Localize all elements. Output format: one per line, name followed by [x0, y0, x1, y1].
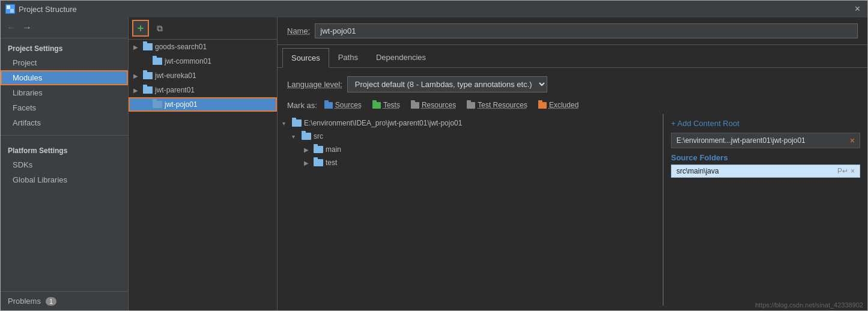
module-item-jwt-eureka01[interactable]: ▶ jwt-eureka01 — [129, 68, 277, 83]
content-root-path: E:\environment...jwt-parent01\jwt-pojo01… — [671, 133, 860, 148]
nav-arrows: ← → — [1, 17, 128, 38]
source-folders-label: Source Folders — [671, 153, 860, 162]
folder-icon — [292, 119, 302, 127]
lang-label: Language level: — [287, 80, 342, 89]
window-title: Project Structure — [19, 5, 77, 14]
content-root-path-text: E:\environment...jwt-parent01\jwt-pojo01 — [676, 136, 806, 145]
expand-arrow-icon: ▶ — [133, 87, 141, 94]
source-folder-item: src\main\java P↵ × — [671, 165, 860, 178]
tab-paths[interactable]: Paths — [329, 47, 367, 67]
svg-rect-0 — [7, 5, 10, 9]
tests-folder-icon — [372, 102, 381, 109]
mark-as-label: Mark as: — [287, 101, 317, 110]
excluded-folder-icon — [538, 102, 547, 109]
svg-rect-3 — [10, 9, 14, 13]
module-item-jwt-pojo01[interactable]: jwt-pojo01 — [129, 97, 277, 112]
folder-icon — [143, 43, 153, 50]
mark-as-row: Mark as: Sources Tests Resources — [278, 96, 867, 114]
sidebar: ← → Project Settings Project Modules Lib… — [1, 17, 129, 310]
tree-item-src[interactable]: ▾ src — [278, 130, 663, 143]
back-arrow[interactable]: ← — [5, 21, 17, 34]
module-list: + ⧉ ▶ goods-search01 jwt-common01 ▶ — [129, 17, 278, 310]
mark-as-sources-button[interactable]: Sources — [321, 100, 365, 110]
expand-icon: ▶ — [304, 146, 311, 153]
module-toolbar: + ⧉ — [129, 17, 277, 40]
mark-as-tests-button[interactable]: Tests — [369, 100, 404, 110]
expand-arrow-icon: ▶ — [133, 73, 141, 79]
module-item-jwt-parent01[interactable]: ▶ jwt-parent01 — [129, 83, 277, 97]
lang-select[interactable]: Project default (8 - Lambdas, type annot… — [347, 76, 547, 92]
mark-as-excluded-button[interactable]: Excluded — [535, 100, 582, 110]
file-tree: ▾ E:\environment\IDEA_pro\jwt-parent01\j… — [278, 114, 663, 306]
problems-badge: 1 — [46, 297, 56, 306]
project-structure-window: Project Structure × ← → Project Settings… — [0, 0, 868, 311]
sidebar-item-sdks[interactable]: SDKs — [1, 157, 128, 172]
content-area: Language level: Project default (8 - Lam… — [278, 68, 867, 310]
folder-icon — [143, 86, 153, 94]
sidebar-item-global-libraries[interactable]: Global Libraries — [1, 172, 128, 187]
content-root-close-button[interactable]: × — [850, 136, 855, 145]
test-resources-folder-icon — [467, 102, 475, 109]
folder-icon — [302, 133, 311, 140]
source-folder-path: src\main\java — [676, 167, 719, 175]
name-label: Name: — [287, 26, 310, 35]
mark-as-resources-button[interactable]: Resources — [407, 100, 460, 110]
mark-as-test-resources-button[interactable]: Test Resources — [463, 100, 531, 110]
sidebar-item-project[interactable]: Project — [1, 55, 128, 70]
tree-item-main[interactable]: ▶ main — [278, 143, 663, 156]
sidebar-problems[interactable]: Problems 1 — [1, 291, 128, 310]
svg-rect-2 — [7, 9, 10, 13]
folder-icon — [143, 72, 153, 79]
name-input[interactable] — [315, 23, 858, 38]
copy-module-button[interactable]: ⧉ — [151, 20, 168, 37]
project-settings-section: Project Settings — [1, 38, 128, 55]
sources-folder-icon — [324, 102, 333, 109]
right-panel: Name: Sources Paths Dependencies La — [278, 17, 867, 310]
forward-arrow[interactable]: → — [21, 21, 33, 34]
expand-arrow-icon: ▶ — [133, 44, 141, 50]
app-icon — [5, 4, 15, 14]
lang-row: Language level: Project default (8 - Lam… — [278, 73, 867, 96]
module-item-goods-search01[interactable]: ▶ goods-search01 — [129, 40, 277, 54]
main-content: ← → Project Settings Project Modules Lib… — [1, 17, 867, 310]
add-content-root-button[interactable]: + Add Content Root — [671, 119, 860, 128]
folder-icon — [314, 146, 323, 153]
watermark: https://blog.csdn.net/sinat_42338902 — [755, 301, 863, 309]
expand-icon: ▶ — [304, 160, 311, 166]
module-item-jwt-common01[interactable]: jwt-common01 — [129, 54, 277, 68]
source-folder-actions: P↵ × — [837, 167, 855, 175]
close-button[interactable]: × — [852, 4, 863, 14]
sidebar-divider — [1, 135, 128, 136]
folder-icon — [153, 101, 162, 108]
tree-item-test[interactable]: ▶ test — [278, 156, 663, 169]
platform-settings-section: Platform Settings — [1, 140, 128, 157]
tab-dependencies[interactable]: Dependencies — [367, 47, 435, 67]
folder-icon — [153, 58, 162, 65]
expand-icon: ▾ — [292, 133, 299, 140]
content-root-panel: + Add Content Root E:\environment...jwt-… — [663, 114, 867, 306]
tab-sources[interactable]: Sources — [282, 48, 329, 68]
sidebar-item-libraries[interactable]: Libraries — [1, 85, 128, 100]
title-bar-left: Project Structure — [5, 4, 77, 14]
folder-icon — [314, 159, 323, 166]
source-folder-remove-button[interactable]: × — [851, 167, 855, 175]
resources-folder-icon — [411, 102, 419, 109]
expand-icon: ▾ — [282, 120, 290, 127]
file-tree-area: ▾ E:\environment\IDEA_pro\jwt-parent01\j… — [278, 114, 867, 306]
tree-item-root[interactable]: ▾ E:\environment\IDEA_pro\jwt-parent01\j… — [278, 116, 663, 130]
tabs-row: Sources Paths Dependencies — [278, 45, 867, 68]
title-bar: Project Structure × — [1, 1, 867, 17]
name-row: Name: — [278, 17, 867, 45]
sidebar-item-artifacts[interactable]: Artifacts — [1, 115, 128, 130]
add-module-button[interactable]: + — [132, 20, 149, 37]
svg-rect-1 — [10, 5, 14, 9]
sidebar-item-modules[interactable]: Modules — [1, 70, 128, 85]
sidebar-item-facets[interactable]: Facets — [1, 100, 128, 115]
problems-label: Problems — [8, 297, 41, 306]
source-folder-p-button[interactable]: P↵ — [837, 167, 848, 175]
